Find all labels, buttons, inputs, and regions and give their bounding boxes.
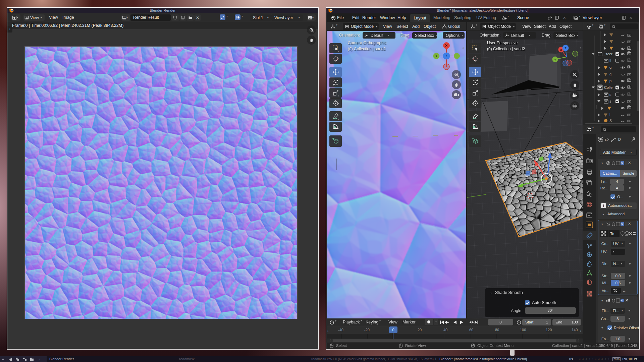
svg-text:X: X bbox=[560, 48, 562, 52]
svg-text:Z: Z bbox=[565, 46, 567, 50]
svg-text:l: l bbox=[609, 113, 610, 117]
svg-text:g: g bbox=[609, 72, 611, 76]
svg-text:s: s bbox=[609, 93, 611, 97]
svg-text:s: s bbox=[609, 99, 611, 103]
svg-text:g: g bbox=[609, 65, 611, 69]
svg-text:p: p bbox=[609, 79, 611, 83]
svg-text:Colle: Colle bbox=[604, 85, 612, 89]
svg-text:S: S bbox=[609, 119, 612, 123]
svg-text:s: s bbox=[605, 137, 607, 141]
svg-text:li: li bbox=[609, 59, 611, 63]
svg-text:D: D bbox=[618, 137, 621, 141]
svg-text:_scer: _scer bbox=[603, 52, 612, 56]
svg-text:Y: Y bbox=[554, 58, 556, 61]
